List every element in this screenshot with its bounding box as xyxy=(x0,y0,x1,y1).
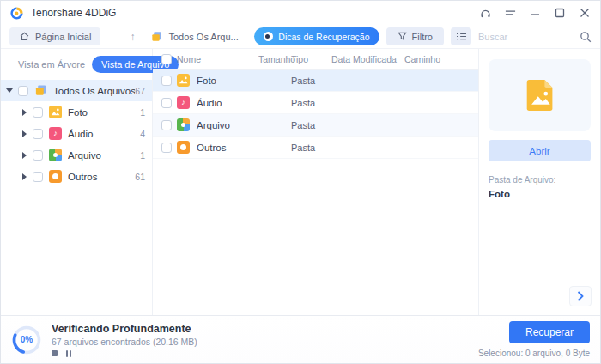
table-row-photo[interactable]: Foto Pasta xyxy=(153,70,478,92)
tree-item-photo[interactable]: Foto 1 xyxy=(1,101,152,123)
chevron-right-icon xyxy=(577,291,584,301)
row-checkbox[interactable] xyxy=(161,76,172,86)
stop-scan-icon[interactable] xyxy=(52,350,58,356)
tree-item-all-files[interactable]: Todos Os Arquivos 67 xyxy=(1,80,152,101)
column-header-name[interactable]: Nome xyxy=(177,54,258,64)
minimize-icon[interactable] xyxy=(528,6,542,20)
row-name: Áudio xyxy=(197,98,222,108)
caret-right-icon[interactable] xyxy=(22,173,27,180)
tree-item-label: Arquivo xyxy=(68,150,140,161)
search-icon[interactable] xyxy=(580,31,592,43)
selection-summary: Selecionou: 0 arquivo, 0 Byte xyxy=(478,349,590,358)
recover-button[interactable]: Recuperar xyxy=(509,321,590,343)
scan-status-title: Verificando Profundamente xyxy=(52,323,197,335)
tree-item-archive[interactable]: Arquivo 1 xyxy=(1,144,152,166)
checkbox-photo[interactable] xyxy=(33,107,43,118)
checkbox-all-files[interactable] xyxy=(18,86,28,96)
main-content: Vista em Árvore Vista de Arquivo Todos O… xyxy=(1,49,600,315)
archive-folder-icon xyxy=(177,118,190,131)
table-row-audio[interactable]: ♪ Áudio Pasta xyxy=(153,92,478,114)
column-header-path[interactable]: Caminho xyxy=(404,54,478,64)
recover-area: Recuperar Selecionou: 0 arquivo, 0 Byte xyxy=(478,321,590,358)
open-button[interactable]: Abrir xyxy=(489,140,591,161)
row-name: Arquivo xyxy=(197,120,230,130)
filter-funnel-icon xyxy=(398,32,407,41)
menu-icon[interactable] xyxy=(503,6,517,20)
row-type: Pasta xyxy=(291,76,331,86)
breadcrumb[interactable]: Todos Os Arqu... xyxy=(150,30,238,43)
archive-folder-icon xyxy=(49,149,62,161)
column-header-type[interactable]: Tipo xyxy=(291,54,331,64)
maximize-icon[interactable] xyxy=(553,6,567,20)
others-folder-icon xyxy=(177,141,190,154)
table-body: Foto Pasta ♪ Áudio Pasta xyxy=(153,70,478,159)
filter-button[interactable]: Filtro xyxy=(386,27,444,46)
column-header-modified[interactable]: Data Modificada xyxy=(331,54,404,64)
row-type: Pasta xyxy=(291,120,331,130)
caret-right-icon[interactable] xyxy=(22,130,27,137)
tree-item-label: Áudio xyxy=(68,129,140,139)
caret-down-icon[interactable] xyxy=(6,88,13,93)
search-input[interactable] xyxy=(478,32,580,42)
window-controls xyxy=(478,6,592,20)
tab-tree-view[interactable]: Vista em Árvore xyxy=(13,56,90,73)
list-view-icon xyxy=(456,32,467,41)
scan-controls xyxy=(52,350,197,357)
tree-item-count: 1 xyxy=(140,107,145,118)
app-window: Tenorshare 4DDiG xyxy=(0,0,601,364)
scan-progress-percent: 0% xyxy=(11,325,42,355)
folder-meta-value: Foto xyxy=(489,189,591,199)
table-header: Nome Tamanho Tipo Data Modificada Caminh… xyxy=(153,49,478,70)
checkbox-select-all[interactable] xyxy=(161,54,172,64)
home-button[interactable]: Página Inicial xyxy=(9,27,100,46)
table-row-others[interactable]: Outros Pasta xyxy=(153,136,478,159)
audio-folder-icon: ♪ xyxy=(177,96,190,109)
photo-folder-icon xyxy=(49,106,62,118)
next-page-button[interactable] xyxy=(569,286,592,306)
pause-scan-icon[interactable] xyxy=(66,350,71,357)
row-name: Foto xyxy=(197,76,216,86)
row-type: Pasta xyxy=(291,98,331,108)
row-type: Pasta xyxy=(291,143,331,153)
scan-status-detail: 67 arquivos encontrados (20.16 MB) xyxy=(52,337,197,347)
photo-file-icon xyxy=(525,78,555,112)
scan-status: Verificando Profundamente 67 arquivos en… xyxy=(52,323,197,357)
checkbox-audio[interactable] xyxy=(33,129,43,139)
checkbox-others[interactable] xyxy=(33,172,43,182)
tree-item-label: Foto xyxy=(68,107,140,118)
folder-meta-label: Pasta de Arquivo: xyxy=(489,175,591,185)
scan-progress-ring: 0% xyxy=(11,325,42,355)
tree-item-count: 61 xyxy=(135,172,145,182)
table-row-archive[interactable]: Arquivo Pasta xyxy=(153,114,478,136)
tree-item-count: 1 xyxy=(140,150,145,161)
row-name: Outros xyxy=(197,143,227,153)
toolbar: Página Inicial ↑ Todos Os Arqu... Dicas … xyxy=(1,25,600,49)
tips-eye-icon xyxy=(264,32,273,41)
caret-right-icon[interactable] xyxy=(22,152,27,159)
row-checkbox[interactable] xyxy=(161,98,172,108)
row-checkbox[interactable] xyxy=(161,143,172,153)
filter-button-label: Filtro xyxy=(412,32,433,42)
all-files-icon xyxy=(34,84,47,97)
view-tabs: Vista em Árvore Vista de Arquivo xyxy=(1,49,152,80)
others-folder-icon xyxy=(49,170,62,183)
navigate-up-icon[interactable]: ↑ xyxy=(130,31,135,43)
tree-item-audio[interactable]: ♪ Áudio 4 xyxy=(1,123,152,144)
column-header-size[interactable]: Tamanho xyxy=(258,54,291,64)
tree-item-label: Outros xyxy=(68,172,135,182)
close-icon[interactable] xyxy=(578,6,592,20)
view-options-button[interactable] xyxy=(451,27,471,46)
tree-item-others[interactable]: Outros 61 xyxy=(1,166,152,187)
row-checkbox[interactable] xyxy=(161,120,172,130)
sidebar: Vista em Árvore Vista de Arquivo Todos O… xyxy=(1,49,153,315)
status-bar: 0% Verificando Profundamente 67 arquivos… xyxy=(1,315,600,363)
app-logo-icon xyxy=(9,6,24,21)
checkbox-archive[interactable] xyxy=(33,150,43,161)
file-table: Nome Tamanho Tipo Data Modificada Caminh… xyxy=(153,49,478,315)
breadcrumb-label: Todos Os Arqu... xyxy=(168,32,238,42)
files-stack-icon xyxy=(150,30,163,43)
file-tree: Todos Os Arquivos 67 Foto 1 ♪ Áudio xyxy=(1,80,152,187)
recovery-tips-button[interactable]: Dicas de Recuperação xyxy=(254,27,379,46)
caret-right-icon[interactable] xyxy=(22,109,27,116)
support-headset-icon[interactable] xyxy=(478,6,492,20)
